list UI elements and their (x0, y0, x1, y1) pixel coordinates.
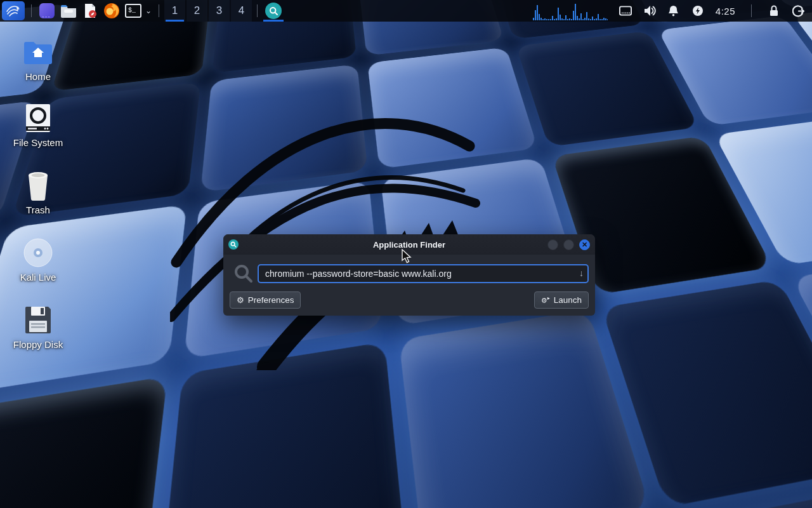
document-icon (82, 3, 98, 18)
kali-dragon-logo (170, 69, 566, 370)
folder-icon (60, 4, 77, 18)
lock-icon[interactable] (768, 4, 780, 17)
trash-icon (23, 170, 53, 201)
launcher-dashboard[interactable] (37, 1, 56, 20)
search-icon (265, 3, 282, 19)
window-title: Application Finder (223, 240, 595, 250)
desktop-icon-label: Kali Live (20, 272, 56, 283)
cpu-graph[interactable] (533, 1, 608, 20)
desktop-icon-label: Trash (26, 204, 50, 215)
firefox-icon (103, 3, 120, 19)
launcher-file-manager[interactable] (59, 1, 78, 20)
desktop-icon-label: Floppy Disk (13, 339, 63, 350)
wallpaper-cube (0, 376, 167, 508)
home-folder-icon (23, 37, 53, 67)
panel-separator (751, 4, 752, 17)
workspace-3[interactable]: 3 (209, 0, 230, 22)
desktop-icon-label: File System (13, 137, 63, 148)
workspace-1[interactable]: 1 (164, 0, 185, 22)
search-icon (230, 264, 258, 284)
preferences-button[interactable]: ⚙ Preferences (230, 291, 301, 309)
desktop-icon-kali-live[interactable]: Kali Live (8, 237, 69, 283)
minimize-button[interactable] (547, 239, 558, 250)
execute-gear-icon: ⚙▸ (541, 295, 550, 305)
close-button[interactable]: ✕ (579, 239, 590, 250)
desktop-icon-floppy-disk[interactable]: Floppy Disk (8, 305, 69, 350)
system-tray: 4:25 (533, 1, 812, 20)
top-panel: $_ ⌄ 1 2 3 4 4:25 (0, 0, 812, 22)
hard-drive-icon (23, 103, 53, 133)
application-finder-window: Application Finder ✕ ↓ ⚙ Preferences ⚙▸ … (223, 234, 595, 316)
panel-separator (159, 4, 159, 17)
volume-icon[interactable] (643, 4, 656, 17)
notification-bell-icon[interactable] (667, 4, 680, 17)
display-icon[interactable] (619, 4, 632, 17)
maximize-button[interactable] (563, 239, 574, 250)
desktop-icon-home[interactable]: Home (8, 37, 69, 82)
workspace-2[interactable]: 2 (187, 0, 207, 22)
workspace-switcher: 1 2 3 4 (164, 0, 252, 22)
mouse-cursor (402, 249, 412, 264)
gear-icon: ⚙ (237, 295, 244, 305)
launch-button[interactable]: ⚙▸ Launch (534, 291, 589, 309)
applications-menu-button[interactable] (2, 1, 25, 20)
clock[interactable]: 4:25 (716, 6, 735, 17)
workspace-4[interactable]: 4 (231, 0, 252, 22)
cdrom-icon (23, 237, 53, 268)
launcher-firefox[interactable] (102, 1, 121, 20)
launcher-terminal[interactable]: $_ (124, 1, 143, 20)
dashboard-icon (39, 3, 55, 18)
wallpaper-cube (0, 204, 187, 394)
desktop-icon-file-system[interactable]: File System (8, 103, 69, 148)
logout-icon[interactable] (792, 4, 804, 17)
taskbar-application-finder[interactable] (262, 0, 285, 22)
panel-separator (31, 4, 32, 17)
command-input[interactable] (258, 264, 589, 283)
terminal-icon: $_ (125, 4, 141, 18)
floppy-disk-icon (23, 305, 53, 335)
chevron-down-icon[interactable]: ⌄ (145, 6, 152, 15)
launcher-text-editor[interactable] (81, 1, 100, 20)
panel-separator (257, 4, 258, 17)
desktop-icon-trash[interactable]: Trash (8, 170, 69, 215)
desktop-icon-label: Home (25, 71, 51, 82)
kali-menu-icon (6, 3, 21, 18)
power-manager-icon[interactable] (691, 4, 704, 17)
